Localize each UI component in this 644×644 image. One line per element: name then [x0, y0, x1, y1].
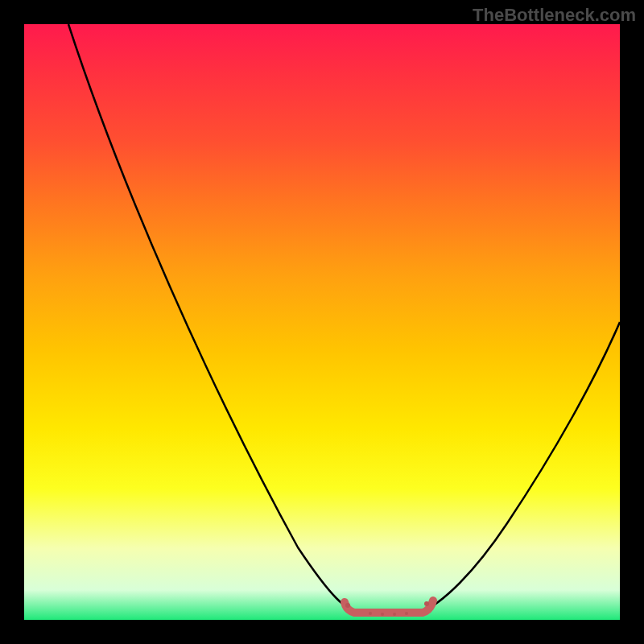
optimal-region-marker — [24, 24, 620, 620]
svg-point-2 — [369, 612, 372, 615]
svg-point-5 — [405, 612, 408, 615]
svg-point-0 — [345, 603, 350, 608]
svg-point-4 — [393, 613, 396, 616]
plot-area — [24, 24, 620, 620]
watermark-text: TheBottleneck.com — [473, 5, 636, 26]
svg-point-1 — [424, 601, 429, 606]
svg-point-3 — [381, 613, 384, 616]
